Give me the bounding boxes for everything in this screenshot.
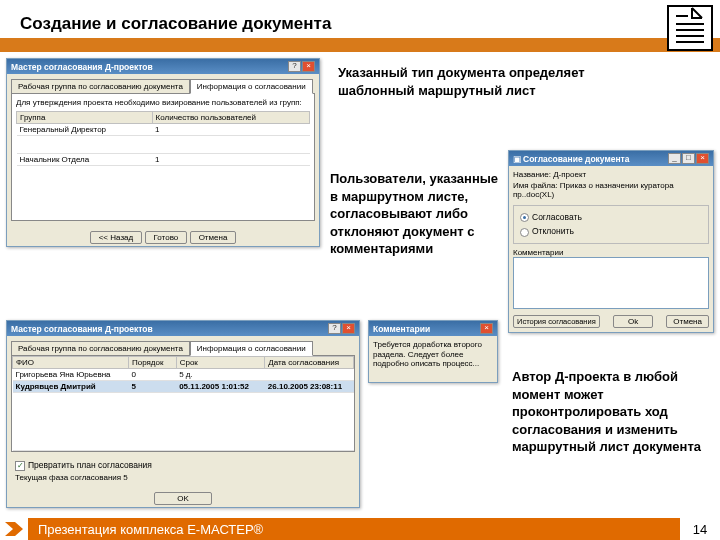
table-row: Генеральный Директор1 (17, 124, 310, 136)
groups-table: ГруппаКоличество пользователей Генеральн… (16, 111, 310, 166)
table-row: Начальник Отдела1 (17, 154, 310, 166)
cancel-button[interactable]: Отмена (666, 315, 709, 328)
cancel-button[interactable]: Отмена (190, 231, 237, 244)
col-order: Порядок (128, 357, 176, 369)
dialog-title-text: Комментарии (373, 324, 479, 334)
tab-info[interactable]: Информация о согласовании (190, 79, 313, 94)
callout-type: Указанный тип документа определяет шабло… (338, 64, 628, 99)
footer: Презентация комплекса E-МАСТЕР® 14 (0, 518, 720, 540)
col-deadline: Срок (176, 357, 265, 369)
status-text: Текущая фаза согласования 5 (15, 473, 351, 482)
close-button[interactable]: × (480, 323, 493, 334)
col-group: Группа (17, 112, 153, 124)
approval-dialog: ▣ Согласование документа _ □ × Название:… (508, 150, 714, 333)
dialog-titlebar: Мастер согласования Д-проектов ? × (7, 321, 359, 336)
radio-approve[interactable] (520, 213, 529, 222)
slide-title: Создание и согласование документа (20, 14, 331, 34)
comment-textarea[interactable] (513, 257, 709, 309)
table-row: Кудрявцев Дмитрий 5 05.11.2005 1:01:52 2… (13, 381, 354, 393)
history-button[interactable]: История согласования (513, 315, 600, 328)
button-row: << Назад Готово Отмена (7, 225, 319, 246)
wizard-dialog-groups: Мастер согласования Д-проектов ? × Рабоч… (6, 58, 320, 247)
col-count: Количество пользователей (152, 112, 309, 124)
dialog-title-text: Мастер согласования Д-проектов (11, 62, 287, 72)
table-row: Григорьева Яна Юрьевна 0 5 д. (13, 369, 354, 381)
dialog-title-text: Мастер согласования Д-проектов (11, 324, 327, 334)
hint-text: Для утверждения проекта необходимо визир… (16, 98, 310, 107)
wizard-dialog-progress: Мастер согласования Д-проектов ? × Рабоч… (6, 320, 360, 508)
radio-reject-label: Отклонить (532, 226, 574, 236)
dialog-title-text: Согласование документа (523, 154, 667, 164)
ok-button[interactable]: OK (154, 492, 212, 505)
name-label: Название: Д-проект (513, 170, 709, 179)
options-group: Согласовать Отклонить (513, 205, 709, 244)
document-icon (666, 4, 714, 52)
tab-workgroup[interactable]: Рабочая группа по согласованию документа (11, 341, 190, 356)
tabs: Рабочая группа по согласованию документа… (7, 74, 319, 93)
slide-header: Создание и согласование документа (0, 0, 720, 54)
done-button[interactable]: Готово (145, 231, 188, 244)
close-button[interactable]: × (302, 61, 315, 72)
progress-table: ФИО Порядок Срок Дата согласования Григо… (12, 356, 354, 451)
comment-label: Комментарии (513, 248, 709, 257)
footer-arrow-icon (0, 518, 28, 540)
dialog-titlebar: Мастер согласования Д-проектов ? × (7, 59, 319, 74)
tab-workgroup[interactable]: Рабочая группа по согласованию документа (11, 79, 190, 94)
tabs: Рабочая группа по согласованию документа… (7, 336, 359, 355)
checkbox-label: Превратить план согласования (28, 460, 152, 470)
col-date: Дата согласования (265, 357, 354, 369)
page-number: 14 (680, 518, 720, 540)
dialog-titlebar: Комментарии × (369, 321, 497, 336)
tab-info[interactable]: Информация о согласовании (190, 341, 313, 356)
svg-rect-0 (668, 6, 712, 50)
back-button[interactable]: << Назад (90, 231, 143, 244)
maximize-button[interactable]: □ (682, 153, 695, 164)
help-button[interactable]: ? (328, 323, 341, 334)
col-fio: ФИО (13, 357, 129, 369)
close-button[interactable]: × (696, 153, 709, 164)
radio-reject[interactable] (520, 228, 529, 237)
checkbox-transform[interactable]: ✓ (15, 461, 25, 471)
header-orange-bar (0, 38, 720, 52)
comments-dialog: Комментарии × Требуется доработка второг… (368, 320, 498, 383)
help-button[interactable]: ? (288, 61, 301, 72)
callout-author: Автор Д-проекта в любой момент может про… (512, 368, 702, 456)
footer-text: Презентация комплекса E-МАСТЕР® (28, 522, 680, 537)
close-button[interactable]: × (342, 323, 355, 334)
radio-approve-label: Согласовать (532, 212, 582, 222)
filename-label: Имя файла: Приказ о назначении куратора … (513, 181, 709, 199)
comment-body: Требуется доработка второго раздела. Сле… (369, 336, 497, 382)
table-row (17, 136, 310, 154)
app-icon: ▣ (513, 154, 523, 164)
ok-button[interactable]: Ok (613, 315, 653, 328)
minimize-button[interactable]: _ (668, 153, 681, 164)
callout-users: Пользователи, указанные в маршрутном лис… (330, 170, 505, 258)
dialog-titlebar: ▣ Согласование документа _ □ × (509, 151, 713, 166)
